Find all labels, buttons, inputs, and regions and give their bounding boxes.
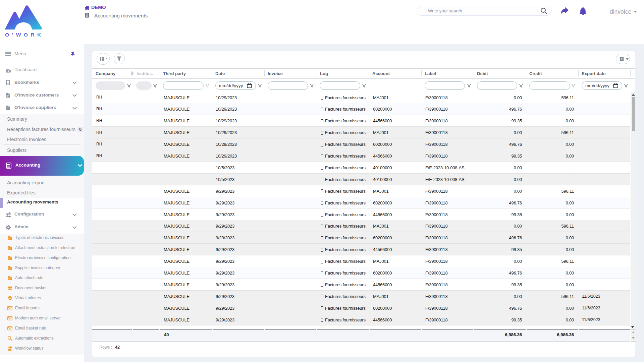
svg-text:O'WORK: O'WORK — [5, 32, 42, 38]
